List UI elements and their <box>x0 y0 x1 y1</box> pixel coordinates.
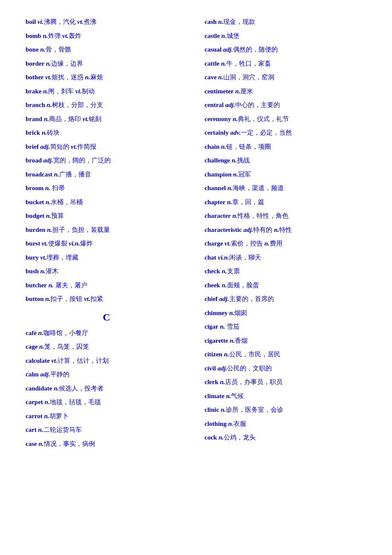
pos: n. <box>229 309 234 316</box>
pos: n. <box>222 268 227 275</box>
def: 性格，特性，角色 <box>237 212 288 219</box>
def: 城堡 <box>227 32 239 39</box>
word: brief <box>26 143 39 150</box>
word: champion <box>205 171 231 178</box>
def: 担子，负担，装载量 <box>52 226 110 233</box>
word: centimeter <box>205 88 233 95</box>
pos2: n. <box>85 74 90 81</box>
word: candidate <box>26 385 52 392</box>
def: 情况，事实，病例 <box>44 440 95 447</box>
def2: 制动 <box>82 88 95 95</box>
def: 公鸡，龙头 <box>224 434 256 441</box>
def: 边缘，边界 <box>51 60 83 67</box>
word: chimney <box>205 309 228 316</box>
list-item: brief adj.简短的 vt.作简报 <box>26 142 187 152</box>
pos: n. <box>39 343 44 350</box>
pos: n. <box>222 32 227 39</box>
word: chief <box>205 295 218 302</box>
section-c-header: C <box>26 312 187 323</box>
def: 现金，现款 <box>223 18 255 25</box>
pos: n. <box>45 185 50 191</box>
pos: vt. <box>40 254 47 261</box>
list-item: clerk n.店员，办事员，职员 <box>205 377 366 387</box>
pos: n. <box>43 32 48 39</box>
list-item: branch n.树枝，分部，分支 <box>26 100 187 110</box>
pos: n. <box>227 199 232 205</box>
word: cigar <box>205 323 218 330</box>
pos: n. <box>222 282 227 289</box>
list-item: clinic n.诊所，医务室，会诊 <box>205 405 366 415</box>
list-item: challenge n.挑战 <box>205 156 366 165</box>
pos: n. <box>43 88 48 95</box>
pos2: n. <box>264 240 269 247</box>
list-item: central adj.中心的，主要的 <box>205 100 366 110</box>
def: 链，链条，项圈 <box>226 143 271 150</box>
pos: n. <box>38 440 43 447</box>
pos: adj. <box>217 365 227 372</box>
pos: n. <box>38 426 43 433</box>
pos: n. <box>46 212 51 219</box>
list-item: centimeter n.厘米 <box>205 87 366 96</box>
list-item: chief adj.主要的，首席的 <box>205 294 366 304</box>
list-item: calm adj.平静的 <box>26 370 187 379</box>
word: calm <box>26 371 39 378</box>
word: bucket <box>26 199 44 205</box>
list-item: border n.边缘，边界 <box>26 59 187 69</box>
word: brand <box>26 116 42 122</box>
def: 面颊，脸蛋 <box>227 282 259 289</box>
pos: n. <box>232 212 237 219</box>
list-item: channel n.海峡，渠道，频道 <box>205 183 366 193</box>
list-item: chimney n.烟囱 <box>205 308 366 318</box>
def2: 麻烦 <box>90 74 103 81</box>
pos: n. <box>224 351 229 358</box>
list-item: bother vt.烦扰，迷惑 n.麻烦 <box>26 72 187 82</box>
def: 二轮运货马车 <box>43 426 82 433</box>
def: 厘米 <box>240 88 253 95</box>
pos: n. <box>233 171 238 178</box>
pos2: n. <box>274 226 279 233</box>
def2: 爆炸 <box>80 240 93 247</box>
word: castle <box>205 32 220 39</box>
list-item: chain n.链，链条，项圈 <box>205 142 366 152</box>
word: cash <box>205 18 216 25</box>
pos: n. <box>218 18 223 25</box>
list-item: champion n.冠军 <box>205 170 366 179</box>
right-column: cash n.现金，现款castle n.城堡casual adj.偶然的，随便… <box>205 17 366 453</box>
word: budget <box>26 212 44 219</box>
list-item: charge vt.索价，控告 n.费用 <box>205 239 366 249</box>
def: 扣子，按钮 <box>50 295 84 302</box>
def: 特有的 <box>253 226 274 233</box>
list-item: budget n.预算 <box>26 211 187 221</box>
pos: adj. <box>43 157 53 164</box>
pos: n. <box>232 157 237 164</box>
list-item: characteristic adj.特有的 n.特性 <box>205 225 366 235</box>
def: 店员，办事员，职员 <box>225 379 282 385</box>
word: burst <box>26 240 40 247</box>
word: bush <box>26 268 39 275</box>
list-item: burden n.担子，负担，装载量 <box>26 225 187 235</box>
word: broadcast <box>26 171 52 178</box>
word: brick <box>26 129 40 136</box>
list-item: citizen n.公民，市民，居民 <box>205 350 366 359</box>
word: button <box>26 295 44 302</box>
word: burden <box>26 226 46 233</box>
def: 牛，牲口，家畜 <box>226 60 271 67</box>
list-item: café n.咖啡馆，小餐厅 <box>26 328 187 338</box>
def: 砖块 <box>47 129 60 136</box>
list-item: case n.情况，事实，病例 <box>26 439 187 449</box>
pos: n. <box>44 413 49 419</box>
word: climate <box>205 393 225 399</box>
word: broad <box>26 157 42 164</box>
def: 平静的 <box>50 371 69 378</box>
pos: vi.n. <box>218 254 229 261</box>
list-item: broad adj.宽的，阔的，广泛的 <box>26 156 187 165</box>
list-item: brand n.商品，烙印 vt.铭刻 <box>26 114 187 124</box>
def: 气候 <box>231 393 244 399</box>
def2: 轰炸 <box>69 32 81 39</box>
list-item: brick n.砖块 <box>26 128 187 138</box>
def: 扫帚 <box>50 185 65 191</box>
def: 雪茄 <box>225 323 239 330</box>
list-item: chapter n.章，回，篇 <box>205 197 366 207</box>
pos: adj. <box>40 143 50 150</box>
word: clerk <box>205 379 218 385</box>
